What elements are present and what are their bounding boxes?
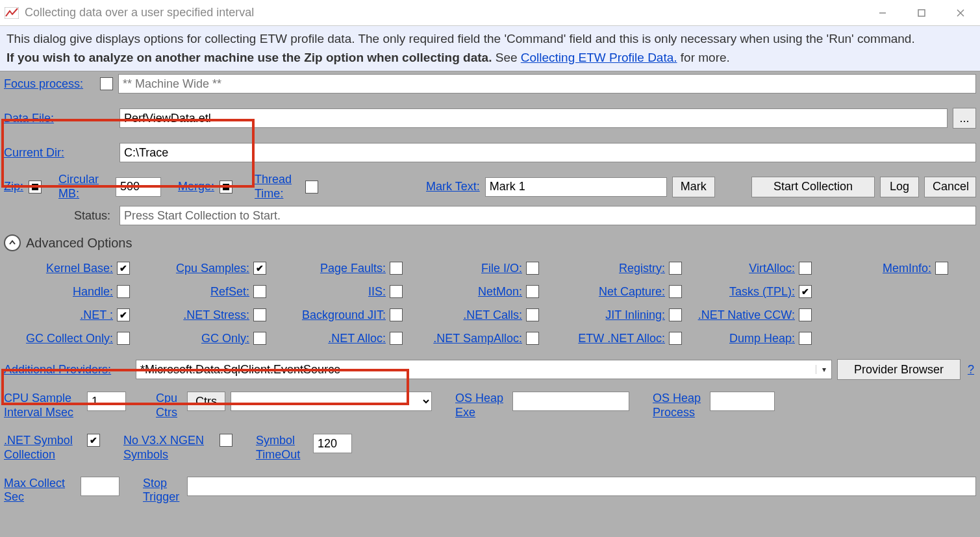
net-stress-checkbox[interactable] bbox=[253, 308, 266, 321]
cpu-interval-input[interactable] bbox=[87, 392, 126, 411]
net-symbol-checkbox[interactable] bbox=[87, 434, 100, 447]
etw-net-alloc-checkbox[interactable] bbox=[669, 332, 682, 345]
virtalloc-checkbox[interactable] bbox=[799, 262, 812, 275]
os-heap-exe-label[interactable]: OS Heap Exe bbox=[455, 392, 507, 419]
gc-collect-only-checkbox[interactable] bbox=[117, 332, 130, 345]
cpu-interval-label[interactable]: CPU Sample Interval Msec bbox=[4, 392, 82, 419]
jit-inlining-checkbox[interactable] bbox=[669, 308, 682, 321]
gc-only-checkbox[interactable] bbox=[253, 332, 266, 345]
provider-browser-button[interactable]: Provider Browser bbox=[837, 359, 961, 380]
net-alloc-checkbox[interactable] bbox=[390, 332, 403, 345]
os-heap-process-label[interactable]: OS Heap Process bbox=[653, 392, 705, 419]
symbol-timeout-label[interactable]: Symbol TimeOut bbox=[256, 434, 308, 462]
zip-checkbox[interactable] bbox=[29, 181, 42, 194]
header-etw-link[interactable]: Collecting ETW Profile Data. bbox=[521, 51, 677, 64]
max-collect-input[interactable] bbox=[81, 477, 119, 496]
focus-process-checkbox[interactable] bbox=[100, 77, 113, 90]
no-ngen-checkbox[interactable] bbox=[220, 434, 232, 447]
log-button[interactable]: Log bbox=[880, 177, 919, 197]
kernel-base-label[interactable]: Kernel Base: bbox=[46, 262, 113, 275]
background-jit-label[interactable]: Background JIT: bbox=[302, 308, 386, 322]
net-alloc-label[interactable]: .NET Alloc: bbox=[328, 332, 386, 345]
net-calls-label[interactable]: .NET Calls: bbox=[463, 308, 522, 322]
net-symbol-label[interactable]: .NET Symbol Collection bbox=[4, 434, 82, 462]
additional-providers-dropdown-icon[interactable]: ▾ bbox=[816, 365, 831, 374]
thread-time-label[interactable]: Thread Time: bbox=[255, 173, 300, 201]
cpu-ctrs-combo[interactable] bbox=[231, 392, 432, 411]
os-heap-process-input[interactable] bbox=[710, 392, 775, 411]
browse-button[interactable]: ... bbox=[953, 108, 976, 129]
registry-checkbox[interactable] bbox=[669, 262, 682, 275]
file-io-label[interactable]: File I/O: bbox=[481, 262, 522, 275]
refset-checkbox[interactable] bbox=[253, 285, 266, 298]
net-native-ccw-checkbox[interactable] bbox=[799, 308, 812, 321]
iis-label[interactable]: IIS: bbox=[368, 285, 386, 299]
meminfo-checkbox[interactable] bbox=[935, 262, 948, 275]
net-native-ccw-label[interactable]: .NET Native CCW: bbox=[698, 308, 795, 322]
dump-heap-label[interactable]: Dump Heap: bbox=[729, 332, 795, 345]
cancel-button[interactable]: Cancel bbox=[924, 177, 976, 197]
cpu-ctrs-label[interactable]: Cpu Ctrs bbox=[156, 392, 182, 419]
file-io-checkbox[interactable] bbox=[526, 262, 539, 275]
current-dir-input[interactable] bbox=[119, 143, 976, 162]
mark-button[interactable]: Mark bbox=[672, 177, 715, 197]
handle-checkbox[interactable] bbox=[117, 285, 130, 298]
kernel-base-checkbox[interactable] bbox=[117, 262, 130, 275]
cpu-samples-checkbox[interactable] bbox=[253, 262, 266, 275]
thread-time-checkbox[interactable] bbox=[305, 181, 318, 194]
start-collection-button[interactable]: Start Collection bbox=[751, 177, 875, 197]
focus-process-label[interactable]: Focus process: bbox=[4, 77, 95, 91]
symbol-timeout-input[interactable] bbox=[313, 434, 352, 453]
tasks-tpl-label[interactable]: Tasks (TPL): bbox=[729, 285, 795, 299]
background-jit-checkbox[interactable] bbox=[390, 308, 403, 321]
jit-inlining-label[interactable]: JIT Inlining: bbox=[605, 308, 665, 322]
no-ngen-label[interactable]: No V3.X NGEN Symbols bbox=[123, 434, 214, 462]
net-capture-checkbox[interactable] bbox=[669, 285, 682, 298]
etw-net-alloc-label[interactable]: ETW .NET Alloc: bbox=[578, 332, 665, 345]
handle-label[interactable]: Handle: bbox=[73, 285, 113, 299]
os-heap-exe-input[interactable] bbox=[512, 392, 629, 411]
meminfo-label[interactable]: MemInfo: bbox=[883, 262, 931, 275]
current-dir-label[interactable]: Current Dir: bbox=[4, 146, 114, 160]
zip-label[interactable]: Zip: bbox=[4, 180, 23, 194]
net-sampalloc-label[interactable]: .NET SampAlloc: bbox=[433, 332, 522, 345]
page-faults-checkbox[interactable] bbox=[390, 262, 403, 275]
merge-checkbox[interactable] bbox=[220, 181, 232, 194]
focus-process-input[interactable] bbox=[118, 74, 976, 94]
registry-label[interactable]: Registry: bbox=[619, 262, 665, 275]
additional-providers-label[interactable]: Additional Providers: bbox=[4, 363, 131, 377]
max-collect-label[interactable]: Max Collect Sec bbox=[4, 477, 75, 505]
netmon-label[interactable]: NetMon: bbox=[478, 285, 522, 299]
virtalloc-label[interactable]: VirtAlloc: bbox=[749, 262, 795, 275]
gc-collect-only-label[interactable]: GC Collect Only: bbox=[26, 332, 113, 345]
netmon-checkbox[interactable] bbox=[526, 285, 539, 298]
additional-providers-input[interactable] bbox=[136, 360, 816, 379]
tasks-tpl-checkbox[interactable] bbox=[799, 285, 812, 298]
net-calls-checkbox[interactable] bbox=[526, 308, 539, 321]
page-faults-label[interactable]: Page Faults: bbox=[320, 262, 386, 275]
mark-text-label[interactable]: Mark Text: bbox=[426, 180, 480, 194]
data-file-label[interactable]: Data File: bbox=[4, 112, 114, 125]
cpu-samples-label[interactable]: Cpu Samples: bbox=[176, 262, 249, 275]
iis-checkbox[interactable] bbox=[390, 285, 403, 298]
circular-mb-input[interactable] bbox=[116, 177, 161, 197]
minimize-button[interactable] bbox=[863, 0, 902, 26]
dump-heap-checkbox[interactable] bbox=[799, 332, 812, 345]
refset-label[interactable]: RefSet: bbox=[210, 285, 249, 299]
net-stress-label[interactable]: .NET Stress: bbox=[183, 308, 249, 322]
net-capture-label[interactable]: Net Capture: bbox=[599, 285, 665, 299]
stop-trigger-label[interactable]: Stop Trigger bbox=[143, 477, 182, 505]
mark-text-input[interactable] bbox=[485, 177, 667, 197]
gc-only-label[interactable]: GC Only: bbox=[201, 332, 249, 345]
circular-mb-label[interactable]: Circular MB: bbox=[58, 173, 110, 201]
net-checkbox[interactable] bbox=[117, 308, 130, 321]
cpu-ctrs-button[interactable]: Ctrs bbox=[187, 392, 225, 411]
net-label[interactable]: .NET : bbox=[80, 308, 113, 322]
maximize-button[interactable] bbox=[902, 0, 941, 26]
close-button[interactable] bbox=[941, 0, 980, 26]
net-sampalloc-checkbox[interactable] bbox=[526, 332, 539, 345]
data-file-input[interactable] bbox=[119, 108, 948, 128]
stop-trigger-input[interactable] bbox=[187, 477, 976, 496]
advanced-toggle-icon[interactable] bbox=[4, 234, 21, 251]
merge-label[interactable]: Merge: bbox=[178, 180, 214, 194]
